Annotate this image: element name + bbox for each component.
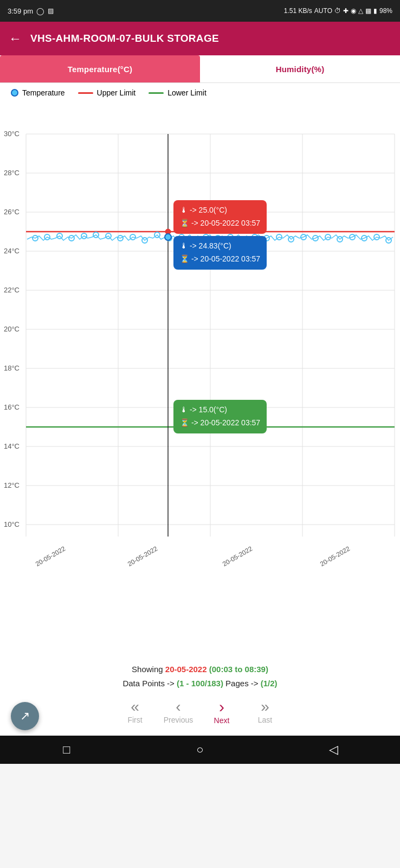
tooltip-green-temp: -> 15.0(°C) [190,405,227,414]
tooltip-temperature: 🌡 -> 24.83(°C) ⏳ -> 20-05-2022 03:57 [173,236,267,270]
svg-text:20-05-2022: 20-05-2022 [221,545,254,568]
svg-text:22°C: 22°C [4,286,20,294]
svg-text:16°C: 16°C [4,403,20,411]
tab-bar: Temperature(°C) Humidity(%) [0,55,400,83]
svg-point-65 [165,234,171,240]
next-button[interactable]: › Next [205,699,238,725]
svg-text:18°C: 18°C [4,364,20,372]
nav-square-button[interactable]: □ [50,739,83,761]
temperature-chart[interactable]: 30°C 28°C 26°C 24°C 22°C 20°C 18°C 16°C … [0,108,400,661]
last-label: Last [258,716,272,724]
svg-text:24°C: 24°C [4,247,20,255]
tooltip-temp-icon: 🌡 [180,206,188,214]
svg-text:28°C: 28°C [4,169,20,177]
tab-temperature[interactable]: Temperature(°C) [0,55,200,82]
svg-text:14°C: 14°C [4,442,20,450]
first-button[interactable]: « First [119,699,151,724]
first-icon: « [131,699,139,714]
pages-value: (1/2) [261,679,278,688]
share-icon: ↗ [20,709,30,723]
showing-label: Showing [132,665,163,674]
pages-label: Pages -> [225,679,258,688]
network-type-icon: AUTO [314,7,332,15]
chart-area: 30°C 28°C 26°C 24°C 22°C 20°C 18°C 16°C … [0,103,400,656]
tooltip-upper-limit: 🌡 -> 25.0(°C) ⏳ -> 20-05-2022 03:57 [173,200,267,234]
pagination-bar: ↗ « First ‹ Previous › Next » Last [0,693,400,736]
tooltip-red-time: -> 20-05-2022 03:57 [191,219,260,227]
legend-lower-limit: Lower Limit [149,88,207,97]
next-icon: › [219,699,224,715]
share-fab-button[interactable]: ↗ [11,702,39,730]
previous-icon: ‹ [176,699,180,714]
image-icon: ▨ [48,7,54,15]
alarm-icon: ⏱ [334,7,341,15]
svg-text:20°C: 20°C [4,325,20,333]
legend-upper-limit: Upper Limit [78,88,136,97]
legend-lower-label: Lower Limit [167,88,207,97]
first-label: First [127,716,142,724]
previous-button[interactable]: ‹ Previous [162,699,195,724]
next-label: Next [214,716,230,725]
tooltip-blue-time: -> 20-05-2022 03:57 [191,254,260,263]
showing-date: 20-05-2022 [165,665,207,674]
signal-icon: ▩ [365,7,371,15]
svg-text:26°C: 26°C [4,208,20,216]
upper-limit-line-icon [78,92,93,94]
svg-text:20-05-2022: 20-05-2022 [319,545,351,568]
tooltip-clock-icon-blue: ⏳ [180,254,189,263]
info-bar: Showing 20-05-2022 (00:03 to 08:39) Data… [0,656,400,693]
bottom-navigation: □ ○ ◁ [0,736,400,764]
tooltip-clock-icon-green: ⏳ [180,418,189,427]
page-title: VHS-AHM-ROOM-07-BULK STORAGE [30,33,219,44]
app-bar: ← VHS-AHM-ROOM-07-BULK STORAGE [0,22,400,55]
data-points-label: Data Points -> [122,679,174,688]
last-button[interactable]: » Last [249,699,281,724]
tooltip-blue-temp: -> 24.83(°C) [190,241,231,250]
network-speed: 1.51 KB/s [284,7,312,15]
showing-time-range: (00:03 to 08:39) [209,665,268,674]
tooltip-temp-icon-blue: 🌡 [180,241,188,250]
last-icon: » [261,699,269,714]
tab-humidity[interactable]: Humidity(%) [200,55,400,82]
legend-upper-label: Upper Limit [97,88,136,97]
tooltip-green-time: -> 20-05-2022 03:57 [191,418,260,427]
time: 3:59 pm [8,7,33,15]
tooltip-clock-icon-red: ⏳ [180,219,189,227]
svg-text:20-05-2022: 20-05-2022 [126,545,159,568]
chart-legend: Temperature Upper Limit Lower Limit [0,83,400,103]
previous-label: Previous [164,716,193,724]
location-icon: ◉ [351,7,356,15]
bluetooth-icon: ✚ [343,7,349,15]
lower-limit-line-icon [149,92,164,94]
svg-text:10°C: 10°C [4,520,20,528]
battery-icon: ▮ [373,7,377,15]
wifi-icon: △ [358,7,363,15]
temperature-dot-icon [11,89,18,97]
nav-home-button[interactable]: ○ [184,739,216,761]
battery-level: 98% [379,7,392,15]
back-button[interactable]: ← [9,31,22,46]
status-bar: 3:59 pm ◯ ▨ 1.51 KB/s AUTO ⏱ ✚ ◉ △ ▩ ▮ 9… [0,0,400,22]
data-points-value: (1 - 100/183) [177,679,223,688]
svg-text:20-05-2022: 20-05-2022 [34,545,67,568]
nav-back-button[interactable]: ◁ [317,739,350,761]
legend-temperature: Temperature [11,88,65,97]
svg-text:12°C: 12°C [4,481,20,489]
tooltip-red-temp: -> 25.0(°C) [190,206,227,214]
tooltip-temp-icon-green: 🌡 [180,405,188,414]
legend-temperature-label: Temperature [22,88,65,97]
svg-text:30°C: 30°C [4,130,20,138]
tooltip-lower-limit: 🌡 -> 15.0(°C) ⏳ -> 20-05-2022 03:57 [173,400,267,433]
portrait-icon: ◯ [36,7,44,15]
